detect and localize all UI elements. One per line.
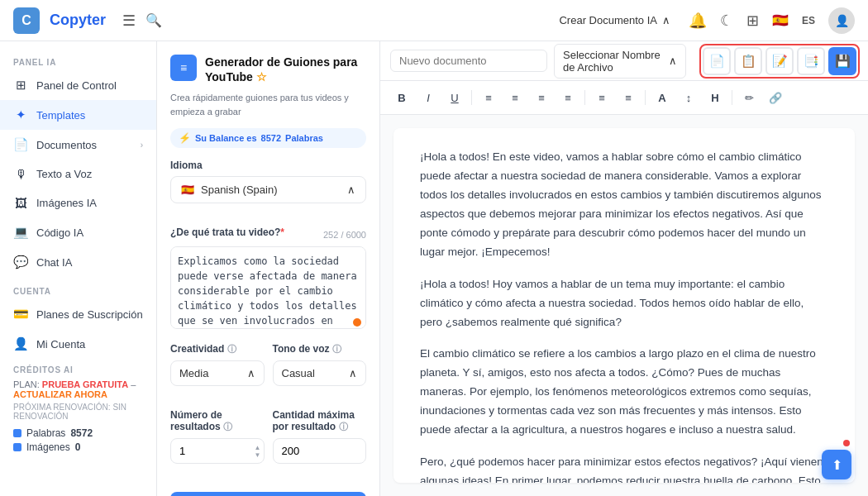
menu-icon[interactable]: ☰ bbox=[122, 12, 136, 30]
expand-icon[interactable]: ⊞ bbox=[746, 12, 759, 30]
toolbar-link[interactable]: 🔗 bbox=[764, 86, 787, 109]
balance-badge: ⚡ Su Balance es 8572 Palabras bbox=[170, 128, 366, 148]
doc-name-input[interactable] bbox=[390, 50, 547, 72]
toolbar-align-center[interactable]: ≡ bbox=[503, 86, 527, 109]
imagenes-credit: Imágenes 0 bbox=[13, 441, 143, 453]
toolbar-align-right[interactable]: ≡ bbox=[530, 86, 553, 109]
editor-toolbar: B I U ≡ ≡ ≡ ≡ ≡ ≡ A ↕ H ✏ 🔗 bbox=[380, 81, 868, 115]
sidebar: PANEL IA ⊞ Panel de Control ✦ Templates … bbox=[0, 41, 157, 496]
para-1: ¡Hola a todos! En este video, vamos a ha… bbox=[420, 148, 828, 262]
mic-icon: 🎙 bbox=[13, 167, 28, 181]
avatar[interactable]: 👤 bbox=[828, 7, 855, 34]
action-icons: 📄 📋 📝 📑 💾 bbox=[699, 44, 860, 79]
creatividad-tono-row: Creatividad ⓘ Media ∧ Tono de voz ⓘ Casu… bbox=[170, 343, 366, 398]
sidebar-item-chat-ia[interactable]: 💬 Chat IA bbox=[0, 247, 156, 277]
tono-info-icon[interactable]: ⓘ bbox=[332, 344, 341, 354]
logo-text: Copyter bbox=[50, 12, 106, 29]
toolbar-bold[interactable]: B bbox=[390, 86, 413, 109]
editor-wrap: ¡Hola a todos! En este video, vamos a ha… bbox=[380, 115, 868, 496]
num-down-arrow[interactable]: ▼ bbox=[255, 451, 261, 458]
toolbar-divider-2 bbox=[584, 90, 585, 105]
sidebar-item-texto-voz[interactable]: 🎙 Texto a Voz bbox=[0, 160, 156, 188]
toolbar-font[interactable]: A bbox=[651, 86, 674, 109]
action-doc-icon-4[interactable]: 📑 bbox=[797, 47, 825, 75]
logo-icon: C bbox=[13, 7, 40, 34]
idioma-label: Idioma bbox=[170, 160, 366, 171]
template-icon: ≡ bbox=[170, 55, 197, 81]
toolbar-font-size[interactable]: ↕ bbox=[677, 86, 700, 109]
select-name-area[interactable]: Seleccionar Nombre de Archivo ∧ bbox=[554, 44, 686, 79]
sidebar-item-mi-cuenta[interactable]: 👤 Mi Cuenta bbox=[0, 329, 156, 359]
generar-btn[interactable]: GENERAR TEXTO bbox=[170, 492, 366, 496]
template-title: Generador de Guiones para YouTube ☆ bbox=[205, 55, 366, 84]
toolbar-ol[interactable]: ≡ bbox=[590, 86, 613, 109]
tono-select[interactable]: Casual ∧ bbox=[273, 360, 367, 386]
template-desc: Crea rápidamente guiones para tus videos… bbox=[170, 91, 366, 118]
panel-ia-label: PANEL IA bbox=[0, 48, 156, 70]
main-layout: PANEL IA ⊞ Panel de Control ✦ Templates … bbox=[0, 41, 868, 496]
sidebar-item-planes[interactable]: 💳 Planes de Suscripción bbox=[0, 299, 156, 329]
nav-icons-right: 🔔 ☾ ⊞ 🇪🇸 ES 👤 bbox=[689, 7, 855, 34]
trata-label: ¿De qué trata tu video?* bbox=[170, 227, 284, 238]
image-icon: 🖼 bbox=[13, 196, 28, 210]
cuenta-label: CUENTA bbox=[0, 277, 156, 299]
search-icon[interactable]: 🔍 bbox=[145, 12, 162, 28]
scroll-top-btn[interactable]: ⬆ bbox=[822, 450, 851, 479]
template-star[interactable]: ☆ bbox=[256, 70, 267, 83]
trata-textarea[interactable]: Explicamos como la sociedad puede verse … bbox=[170, 246, 366, 329]
tono-label: Tono de voz ⓘ bbox=[273, 343, 367, 355]
dark-mode-icon[interactable]: ☾ bbox=[720, 12, 733, 30]
para-2: ¡Hola a todos! Hoy vamos a hablar de un … bbox=[420, 275, 828, 332]
para-4: Pero, ¿qué podemos hacer para minimizar … bbox=[420, 453, 828, 483]
action-doc-icon-1[interactable]: 📄 bbox=[703, 47, 731, 75]
cantidad-info-icon[interactable]: ⓘ bbox=[339, 422, 348, 432]
toolbar-justify[interactable]: ≡ bbox=[556, 86, 579, 109]
creatividad-info-icon[interactable]: ⓘ bbox=[227, 344, 236, 354]
red-dot bbox=[843, 440, 850, 446]
renovacion-row: PRÓXIMA RENOVACIÓN: SIN RENOVACIÓN bbox=[13, 403, 143, 421]
char-count: 252 / 6000 bbox=[323, 230, 366, 240]
num-up-arrow[interactable]: ▲ bbox=[255, 444, 261, 451]
toolbar-underline[interactable]: U bbox=[443, 86, 466, 109]
sidebar-item-codigo-ia[interactable]: 💻 Código IA bbox=[0, 217, 156, 247]
cantidad-input[interactable] bbox=[273, 438, 367, 464]
plan-name-link[interactable]: PRUEBA GRATUITA bbox=[42, 379, 128, 389]
action-doc-icon-2[interactable]: 📋 bbox=[734, 47, 762, 75]
toolbar-divider-3 bbox=[645, 90, 646, 105]
documents-arrow: › bbox=[141, 141, 143, 150]
template-title-wrap: Generador de Guiones para YouTube ☆ bbox=[205, 55, 366, 84]
center-panel: ≡ Generador de Guiones para YouTube ☆ Cr… bbox=[157, 41, 380, 496]
sidebar-item-imagenes-ia[interactable]: 🖼 Imágenes IA bbox=[0, 188, 156, 217]
toolbar-italic[interactable]: I bbox=[417, 86, 440, 109]
toolbar-ul[interactable]: ≡ bbox=[617, 86, 640, 109]
topnav: C Copyter ☰ 🔍 Crear Documento IA ∧ 🔔 ☾ ⊞… bbox=[0, 0, 868, 41]
action-doc-icon-3[interactable]: 📝 bbox=[765, 47, 794, 75]
template-header: ≡ Generador de Guiones para YouTube ☆ bbox=[170, 55, 366, 84]
templates-icon: ✦ bbox=[13, 107, 28, 122]
cantidad-field: Cantidad máxima por resultado ⓘ bbox=[273, 409, 367, 464]
documents-icon: 📄 bbox=[13, 137, 28, 152]
creatividad-select[interactable]: Media ∧ bbox=[170, 360, 265, 386]
sidebar-item-panel-control[interactable]: ⊞ Panel de Control bbox=[0, 70, 156, 100]
grid-icon: ⊞ bbox=[13, 78, 28, 93]
num-cantidad-row: Número de resultados ⓘ ▲ ▼ Cantidad máxi… bbox=[170, 409, 366, 475]
sidebar-item-documentos[interactable]: 📄 Documentos › bbox=[0, 130, 156, 160]
balance-icon: ⚡ bbox=[179, 132, 191, 144]
toolbar-brush[interactable]: ✏ bbox=[737, 86, 761, 109]
flag-icon: 🇪🇸 bbox=[772, 12, 789, 28]
num-info-icon[interactable]: ⓘ bbox=[223, 422, 232, 432]
num-resultados-input[interactable] bbox=[170, 438, 265, 464]
chat-icon: 💬 bbox=[13, 255, 28, 269]
action-save-icon[interactable]: 💾 bbox=[828, 47, 856, 75]
toolbar-align-left[interactable]: ≡ bbox=[477, 86, 500, 109]
editor-content[interactable]: ¡Hola a todos! En este video, vamos a ha… bbox=[393, 128, 855, 483]
crear-documento-btn[interactable]: Crear Documento IA ∧ bbox=[551, 11, 679, 30]
toolbar-divider-4 bbox=[732, 90, 732, 105]
toolbar-heading[interactable]: H bbox=[703, 86, 727, 109]
sidebar-item-templates[interactable]: ✦ Templates bbox=[0, 100, 156, 130]
editor-panel: Seleccionar Nombre de Archivo ∧ 📄 📋 📝 📑 … bbox=[380, 41, 868, 496]
plan-update-link[interactable]: ACTUALIZAR AHORA bbox=[13, 389, 107, 399]
tono-field: Tono de voz ⓘ Casual ∧ bbox=[273, 343, 367, 386]
language-select[interactable]: 🇪🇸 Spanish (Spain) ∧ bbox=[170, 176, 366, 203]
notifications-icon[interactable]: 🔔 bbox=[689, 12, 707, 30]
